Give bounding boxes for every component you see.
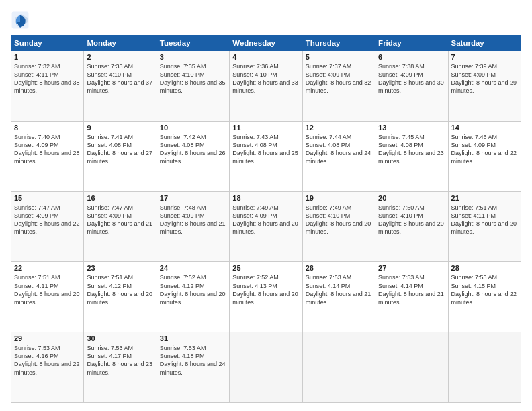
cell-text: Sunrise: 7:46 AMSunset: 4:09 PMDaylight:…	[451, 133, 518, 166]
day-number: 31	[160, 334, 226, 342]
calendar-cell: 21Sunrise: 7:51 AMSunset: 4:11 PMDayligh…	[448, 191, 521, 262]
cell-text: Sunrise: 7:43 AMSunset: 4:08 PMDaylight:…	[232, 133, 299, 166]
calendar-cell: 30Sunrise: 7:53 AMSunset: 4:17 PMDayligh…	[84, 332, 157, 403]
logo	[11, 11, 32, 30]
calendar-cell: 11Sunrise: 7:43 AMSunset: 4:08 PMDayligh…	[230, 121, 302, 191]
header-day-wednesday: Wednesday	[230, 36, 302, 51]
header-day-thursday: Thursday	[302, 36, 375, 51]
cell-text: Sunrise: 7:53 AMSunset: 4:14 PMDaylight:…	[306, 273, 372, 306]
calendar-cell: 10Sunrise: 7:42 AMSunset: 4:08 PMDayligh…	[157, 121, 229, 191]
day-number: 8	[14, 124, 81, 132]
day-number: 21	[451, 194, 518, 202]
day-number: 25	[232, 264, 299, 272]
calendar-cell	[375, 332, 448, 403]
day-number: 17	[160, 194, 226, 202]
cell-text: Sunrise: 7:53 AMSunset: 4:16 PMDaylight:…	[14, 344, 81, 377]
calendar-cell: 24Sunrise: 7:52 AMSunset: 4:12 PMDayligh…	[157, 262, 229, 332]
calendar-cell: 19Sunrise: 7:49 AMSunset: 4:10 PMDayligh…	[302, 191, 375, 262]
page: SundayMondayTuesdayWednesdayThursdayFrid…	[0, 0, 532, 411]
cell-text: Sunrise: 7:42 AMSunset: 4:08 PMDaylight:…	[160, 133, 226, 166]
calendar-cell: 6Sunrise: 7:38 AMSunset: 4:09 PMDaylight…	[375, 51, 448, 122]
day-number: 1	[14, 53, 81, 61]
calendar-cell: 7Sunrise: 7:39 AMSunset: 4:09 PMDaylight…	[448, 51, 521, 122]
logo-icon	[11, 11, 30, 30]
cell-text: Sunrise: 7:39 AMSunset: 4:09 PMDaylight:…	[451, 62, 518, 95]
calendar-cell: 31Sunrise: 7:53 AMSunset: 4:18 PMDayligh…	[157, 332, 229, 403]
day-number: 13	[378, 124, 445, 132]
day-number: 18	[232, 194, 299, 202]
day-number: 24	[160, 264, 226, 272]
cell-text: Sunrise: 7:40 AMSunset: 4:09 PMDaylight:…	[14, 133, 81, 166]
week-row-2: 8Sunrise: 7:40 AMSunset: 4:09 PMDaylight…	[11, 121, 521, 191]
day-number: 20	[378, 194, 445, 202]
calendar-header: SundayMondayTuesdayWednesdayThursdayFrid…	[11, 36, 521, 51]
day-number: 29	[14, 334, 81, 342]
calendar-cell: 18Sunrise: 7:49 AMSunset: 4:09 PMDayligh…	[230, 191, 302, 262]
header-day-sunday: Sunday	[11, 36, 84, 51]
day-number: 16	[87, 194, 153, 202]
calendar-cell: 15Sunrise: 7:47 AMSunset: 4:09 PMDayligh…	[11, 191, 84, 262]
calendar-cell: 9Sunrise: 7:41 AMSunset: 4:08 PMDaylight…	[84, 121, 157, 191]
week-row-3: 15Sunrise: 7:47 AMSunset: 4:09 PMDayligh…	[11, 191, 521, 262]
cell-text: Sunrise: 7:37 AMSunset: 4:09 PMDaylight:…	[306, 62, 372, 95]
calendar-cell: 26Sunrise: 7:53 AMSunset: 4:14 PMDayligh…	[302, 262, 375, 332]
header-day-tuesday: Tuesday	[157, 36, 229, 51]
header-row: SundayMondayTuesdayWednesdayThursdayFrid…	[11, 36, 521, 51]
calendar-cell: 27Sunrise: 7:53 AMSunset: 4:14 PMDayligh…	[375, 262, 448, 332]
calendar-cell	[302, 332, 375, 403]
calendar-cell: 8Sunrise: 7:40 AMSunset: 4:09 PMDaylight…	[11, 121, 84, 191]
cell-text: Sunrise: 7:47 AMSunset: 4:09 PMDaylight:…	[14, 203, 81, 236]
calendar-cell: 23Sunrise: 7:51 AMSunset: 4:12 PMDayligh…	[84, 262, 157, 332]
cell-text: Sunrise: 7:36 AMSunset: 4:10 PMDaylight:…	[232, 62, 299, 95]
cell-text: Sunrise: 7:49 AMSunset: 4:10 PMDaylight:…	[306, 203, 372, 236]
day-number: 12	[306, 124, 372, 132]
cell-text: Sunrise: 7:32 AMSunset: 4:11 PMDaylight:…	[14, 62, 81, 95]
cell-text: Sunrise: 7:45 AMSunset: 4:08 PMDaylight:…	[378, 133, 445, 166]
cell-text: Sunrise: 7:47 AMSunset: 4:09 PMDaylight:…	[87, 203, 153, 236]
day-number: 26	[306, 264, 372, 272]
cell-text: Sunrise: 7:51 AMSunset: 4:11 PMDaylight:…	[14, 273, 81, 306]
calendar-cell: 28Sunrise: 7:53 AMSunset: 4:15 PMDayligh…	[448, 262, 521, 332]
cell-text: Sunrise: 7:53 AMSunset: 4:14 PMDaylight:…	[378, 273, 445, 306]
calendar-cell: 20Sunrise: 7:50 AMSunset: 4:10 PMDayligh…	[375, 191, 448, 262]
calendar-cell: 25Sunrise: 7:52 AMSunset: 4:13 PMDayligh…	[230, 262, 302, 332]
day-number: 5	[306, 53, 372, 61]
day-number: 2	[87, 53, 153, 61]
day-number: 23	[87, 264, 153, 272]
cell-text: Sunrise: 7:51 AMSunset: 4:12 PMDaylight:…	[87, 273, 153, 306]
calendar-cell	[230, 332, 302, 403]
day-number: 6	[378, 53, 445, 61]
day-number: 14	[451, 124, 518, 132]
cell-text: Sunrise: 7:41 AMSunset: 4:08 PMDaylight:…	[87, 133, 153, 166]
cell-text: Sunrise: 7:33 AMSunset: 4:10 PMDaylight:…	[87, 62, 153, 95]
calendar-body: 1Sunrise: 7:32 AMSunset: 4:11 PMDaylight…	[11, 51, 521, 403]
cell-text: Sunrise: 7:38 AMSunset: 4:09 PMDaylight:…	[378, 62, 445, 95]
week-row-1: 1Sunrise: 7:32 AMSunset: 4:11 PMDaylight…	[11, 51, 521, 122]
cell-text: Sunrise: 7:53 AMSunset: 4:17 PMDaylight:…	[87, 344, 153, 377]
calendar-table: SundayMondayTuesdayWednesdayThursdayFrid…	[11, 35, 521, 403]
header-day-monday: Monday	[84, 36, 157, 51]
day-number: 7	[451, 53, 518, 61]
day-number: 19	[306, 194, 372, 202]
cell-text: Sunrise: 7:52 AMSunset: 4:12 PMDaylight:…	[160, 273, 226, 306]
header-day-friday: Friday	[375, 36, 448, 51]
day-number: 4	[232, 53, 299, 61]
day-number: 10	[160, 124, 226, 132]
week-row-4: 22Sunrise: 7:51 AMSunset: 4:11 PMDayligh…	[11, 262, 521, 332]
calendar-cell: 5Sunrise: 7:37 AMSunset: 4:09 PMDaylight…	[302, 51, 375, 122]
day-number: 3	[160, 53, 226, 61]
calendar-cell: 3Sunrise: 7:35 AMSunset: 4:10 PMDaylight…	[157, 51, 229, 122]
cell-text: Sunrise: 7:51 AMSunset: 4:11 PMDaylight:…	[451, 203, 518, 236]
day-number: 15	[14, 194, 81, 202]
calendar-cell: 12Sunrise: 7:44 AMSunset: 4:08 PMDayligh…	[302, 121, 375, 191]
calendar-cell	[448, 332, 521, 403]
day-number: 9	[87, 124, 153, 132]
calendar-cell: 13Sunrise: 7:45 AMSunset: 4:08 PMDayligh…	[375, 121, 448, 191]
calendar-cell: 1Sunrise: 7:32 AMSunset: 4:11 PMDaylight…	[11, 51, 84, 122]
cell-text: Sunrise: 7:44 AMSunset: 4:08 PMDaylight:…	[306, 133, 372, 166]
calendar-cell: 22Sunrise: 7:51 AMSunset: 4:11 PMDayligh…	[11, 262, 84, 332]
day-number: 22	[14, 264, 81, 272]
calendar-cell: 29Sunrise: 7:53 AMSunset: 4:16 PMDayligh…	[11, 332, 84, 403]
cell-text: Sunrise: 7:53 AMSunset: 4:18 PMDaylight:…	[160, 344, 226, 377]
day-number: 11	[232, 124, 299, 132]
